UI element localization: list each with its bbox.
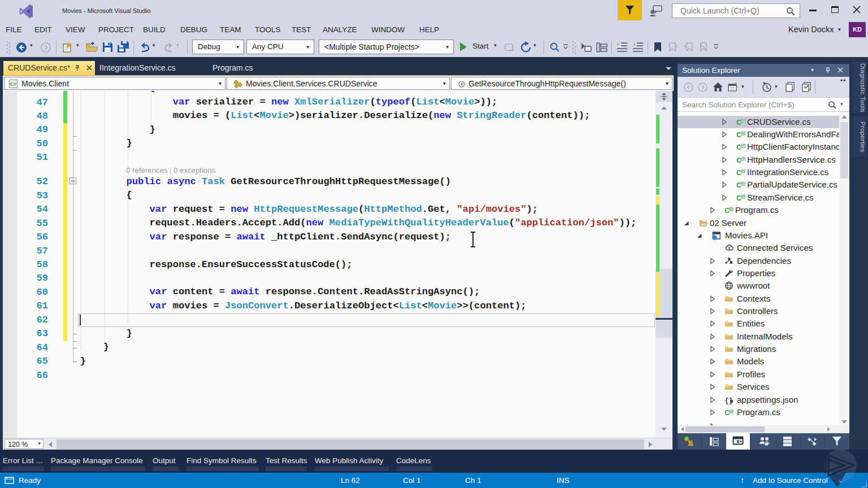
svg-text:C#: C# <box>10 81 17 87</box>
